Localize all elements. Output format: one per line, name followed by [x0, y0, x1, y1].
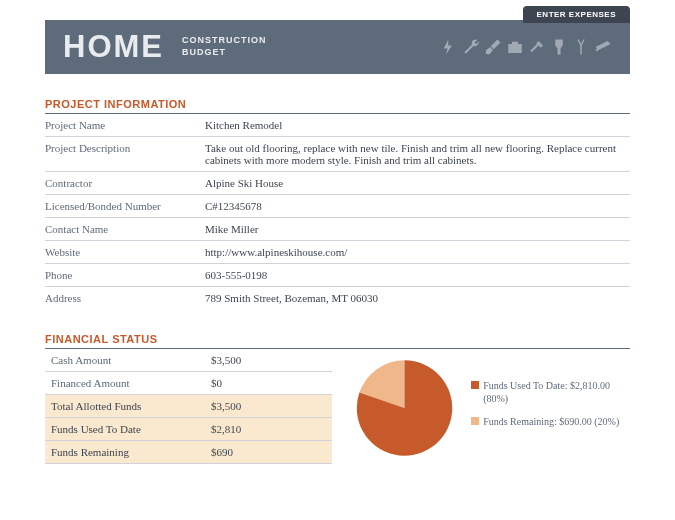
legend-swatch-icon — [471, 381, 479, 389]
row-value: $0 — [205, 372, 332, 395]
legend-swatch-icon — [471, 417, 479, 425]
row-label: Contact Name — [45, 218, 205, 241]
table-row: Funds Used To Date$2,810 — [45, 418, 332, 441]
chart-legend: Funds Used To Date: $2,810.00 (80%) Fund… — [471, 379, 630, 438]
row-label: Financed Amount — [45, 372, 205, 395]
project-info-table: Project NameKitchen Remodel Project Desc… — [45, 114, 630, 309]
pliers-icon — [572, 35, 590, 59]
row-value: C#12345678 — [205, 195, 630, 218]
row-label: Funds Used To Date — [45, 418, 205, 441]
table-row: Address789 Smith Street, Bozeman, MT 060… — [45, 287, 630, 310]
legend-item: Funds Used To Date: $2,810.00 (80%) — [471, 379, 630, 405]
table-row: Financed Amount$0 — [45, 372, 332, 395]
row-label: Total Allotted Funds — [45, 395, 205, 418]
row-value: $2,810 — [205, 418, 332, 441]
pie-chart-area: Funds Used To Date: $2,810.00 (80%) Fund… — [352, 353, 630, 463]
wrench-icon — [462, 35, 480, 59]
row-label: Contractor — [45, 172, 205, 195]
row-value: $3,500 — [205, 395, 332, 418]
row-value: Alpine Ski House — [205, 172, 630, 195]
row-value: http://www.alpineskihouse.com/ — [205, 241, 630, 264]
legend-item: Funds Remaining: $690.00 (20%) — [471, 415, 630, 428]
table-row: Phone603-555-0198 — [45, 264, 630, 287]
pie-chart — [352, 353, 457, 463]
tools-icon-row — [440, 35, 612, 59]
title-sub-line1: CONSTRUCTION — [182, 35, 267, 47]
row-value: Take out old flooring, replace with new … — [205, 137, 630, 172]
row-value: $690 — [205, 441, 332, 464]
table-row: Funds Remaining$690 — [45, 441, 332, 464]
title-sub: CONSTRUCTION BUDGET — [182, 35, 267, 58]
enter-expenses-button[interactable]: ENTER EXPENSES — [523, 6, 630, 23]
row-label: Address — [45, 287, 205, 310]
row-label: Project Description — [45, 137, 205, 172]
legend-label: Funds Remaining: $690.00 (20%) — [483, 415, 619, 428]
header: ENTER EXPENSES HOME CONSTRUCTION BUDGET — [45, 20, 630, 74]
row-value: $3,500 — [205, 349, 332, 372]
table-row: Websitehttp://www.alpineskihouse.com/ — [45, 241, 630, 264]
brush-icon — [550, 35, 568, 59]
legend-label: Funds Used To Date: $2,810.00 (80%) — [483, 379, 630, 405]
screwdriver-icon — [484, 35, 502, 59]
row-label: Licensed/Bonded Number — [45, 195, 205, 218]
project-info-heading: PROJECT INFORMATION — [45, 98, 630, 114]
financial-table: Cash Amount$3,500 Financed Amount$0 Tota… — [45, 349, 332, 464]
toolbox-icon — [506, 35, 524, 59]
table-row: ContractorAlpine Ski House — [45, 172, 630, 195]
row-value: Mike Miller — [205, 218, 630, 241]
title-sub-line2: BUDGET — [182, 47, 267, 59]
row-label: Funds Remaining — [45, 441, 205, 464]
table-row: Total Allotted Funds$3,500 — [45, 395, 332, 418]
hammer-icon — [528, 35, 546, 59]
row-value: 603-555-0198 — [205, 264, 630, 287]
row-label: Phone — [45, 264, 205, 287]
header-bar: HOME CONSTRUCTION BUDGET — [45, 20, 630, 74]
table-row: Cash Amount$3,500 — [45, 349, 332, 372]
row-value: 789 Smith Street, Bozeman, MT 06030 — [205, 287, 630, 310]
table-row: Project NameKitchen Remodel — [45, 114, 630, 137]
saw-icon — [594, 35, 612, 59]
title-home: HOME — [63, 29, 164, 65]
row-label: Website — [45, 241, 205, 264]
row-value: Kitchen Remodel — [205, 114, 630, 137]
table-row: Contact NameMike Miller — [45, 218, 630, 241]
bolt-icon — [440, 35, 458, 59]
table-row: Licensed/Bonded NumberC#12345678 — [45, 195, 630, 218]
row-label: Project Name — [45, 114, 205, 137]
row-label: Cash Amount — [45, 349, 205, 372]
financial-status-heading: FINANCIAL STATUS — [45, 333, 630, 349]
table-row: Project DescriptionTake out old flooring… — [45, 137, 630, 172]
